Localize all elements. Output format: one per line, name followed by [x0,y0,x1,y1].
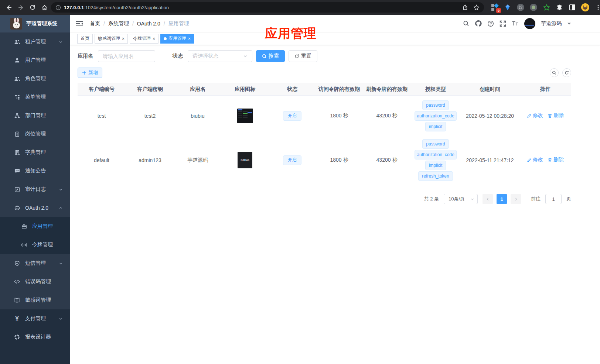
record-extension-icon[interactable] [529,3,538,11]
sidebar-item-sms[interactable]: 短信管理 [0,254,70,272]
chevron-down-icon [59,40,63,44]
browser-home-button[interactable] [39,2,50,13]
close-icon[interactable]: × [122,37,125,41]
extensions-puzzle-icon[interactable] [555,3,563,11]
sidebar-item-label: 支付管理 [25,315,46,322]
total-count: 共 2 条 [424,196,439,202]
sidebar-item-tenant[interactable]: 租户管理 [0,32,70,51]
toggle-search-button[interactable] [550,68,559,77]
trash-icon [548,158,552,162]
sidebar-item-pay[interactable]: ¥ 支付管理 [0,309,70,328]
sidebar-item-dept[interactable]: 部门管理 [0,106,70,125]
split-view-icon[interactable] [568,3,576,11]
help-icon[interactable] [487,20,494,27]
user-avatar[interactable] [524,18,535,29]
chevron-down-icon [243,54,248,58]
browser-menu-icon[interactable] [594,3,600,11]
edit-link[interactable]: 修改 [527,157,543,163]
search-icon[interactable] [463,20,469,27]
sidebar-item-sensitive-word[interactable]: 敏感词管理 [0,291,70,309]
sidebar-item-report-designer[interactable]: 报表设计器 [0,328,70,346]
current-page-button[interactable]: 1 [497,194,507,204]
status-toggle-tag[interactable]: 开启 [283,155,301,165]
sidebar-item-label: 部门管理 [25,112,46,119]
sidebar-item-oauth-token[interactable]: 令牌管理 [0,236,70,254]
sidebar-item-label: 审计日志 [25,186,46,193]
gem-extension-icon[interactable] [504,3,512,11]
org-chart-icon [14,113,20,119]
close-icon[interactable]: × [153,37,155,41]
url-text: 127.0.0.1:1024/system/oauth2/oauth2/appl… [64,5,169,10]
extension-grid-icon[interactable]: 9 [491,3,499,11]
sidebar-item-notice[interactable]: 通知公告 [0,162,70,180]
robot-icon [14,205,20,211]
reset-button[interactable]: 重置 [289,50,317,62]
tab-home[interactable]: 首页 [77,34,93,44]
logo-rabbit-avatar [10,18,22,30]
search-icon [262,54,267,59]
collapse-sidebar-icon[interactable] [76,20,84,27]
breadcrumb-oauth[interactable]: OAuth 2.0 [137,21,160,27]
delete-link[interactable]: 删除 [548,157,564,163]
refresh-table-button[interactable] [562,68,571,77]
browser-reload-button[interactable] [27,2,38,13]
sidebar-item-menu[interactable]: 菜单管理 [0,88,70,106]
browser-forward-button[interactable] [16,2,26,13]
fullscreen-icon[interactable] [500,20,506,27]
trash-icon [548,113,552,118]
sidebar-item-audit-log[interactable]: 审计日志 [0,180,70,199]
sidebar-item-dict[interactable]: 字典管理 [0,143,70,162]
sidebar-item-role[interactable]: 角色管理 [0,69,70,88]
status-toggle-tag[interactable]: 开启 [283,111,301,121]
edit-link[interactable]: 修改 [527,112,543,119]
sidebar-item-oauth-application[interactable]: 应用管理 [0,217,70,236]
github-icon[interactable] [475,20,482,27]
star-extension-icon[interactable] [542,3,550,11]
tab-application[interactable]: 应用管理 × [160,34,194,44]
active-dot [164,37,167,40]
cell-app-name: biubiu [174,96,221,136]
breadcrumb-home[interactable]: 首页 [90,20,100,27]
add-button[interactable]: 新增 [78,68,102,78]
prev-page-button[interactable] [483,194,493,204]
cell-client-secret: admin123 [126,136,174,184]
col-status: 状态 [269,83,316,96]
app-icon-thumbnail [237,109,253,123]
cell-refresh-ttl: 43200 秒 [363,96,411,136]
sidebar-item-post[interactable]: 岗位管理 [0,125,70,143]
tab-token[interactable]: 令牌管理 × [130,34,158,44]
search-button[interactable]: 搜索 [256,50,285,62]
bookmark-star-icon[interactable] [473,4,480,11]
command-extension-icon[interactable] [517,3,525,11]
address-bar[interactable]: 127.0.0.1:1024/system/oauth2/oauth2/appl… [51,2,484,13]
goto-page-input[interactable] [545,194,562,204]
segmented-ring-icon [14,334,20,340]
profile-emoji-icon[interactable] [581,3,589,11]
user-icon [14,57,20,63]
grant-tag: authorization_code [415,150,457,159]
cell-client-secret: test2 [126,96,174,136]
next-page-button[interactable] [511,194,521,204]
pencil-icon [527,113,532,118]
sidebar-item-user[interactable]: 用户管理 [0,51,70,69]
grant-tag: password [422,100,449,110]
caret-down-icon[interactable] [567,22,571,25]
username[interactable]: 芋道源码 [541,20,562,27]
page-size-select[interactable]: 10条/页 [444,194,478,204]
status-select[interactable]: 请选择状态 [188,50,252,62]
browser-back-button[interactable] [4,2,14,13]
delete-link[interactable]: 删除 [548,112,564,119]
briefcase-icon [21,223,27,229]
close-icon[interactable]: × [188,37,191,41]
font-size-icon[interactable] [512,20,519,27]
app-title: 芋道管理系统 [26,20,57,27]
breadcrumb-system[interactable]: 系统管理 [108,20,129,27]
table-header-row: 客户端编号 客户端密钥 应用名 应用图标 状态 访问令牌的有效期 刷新令牌的有效… [78,83,571,96]
sidebar-item-errcode[interactable]: 错误码管理 [0,272,70,291]
sidebar-item-oauth[interactable]: OAuth 2.0 [0,199,70,217]
app-name-input[interactable] [98,50,155,62]
plus-icon [82,71,86,75]
site-info-icon[interactable] [55,5,61,10]
share-icon[interactable] [462,4,468,11]
tab-sensitive-word[interactable]: 敏感词管理 × [95,34,128,44]
